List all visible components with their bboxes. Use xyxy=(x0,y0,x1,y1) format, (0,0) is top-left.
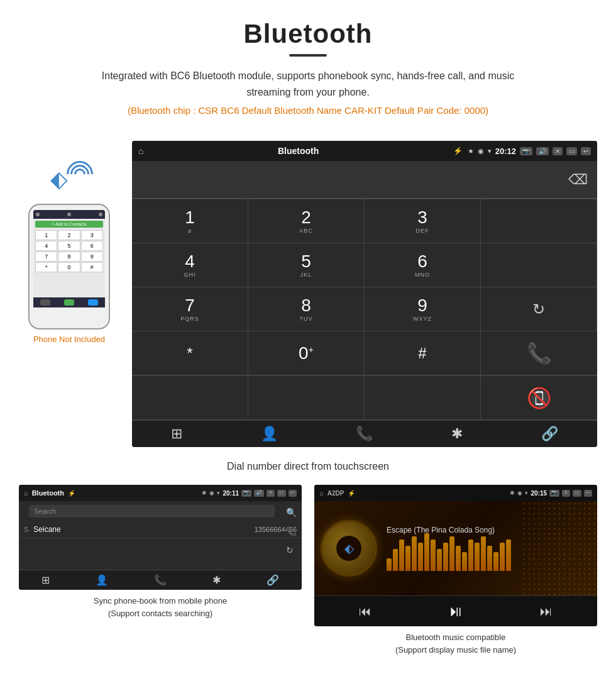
key-0[interactable]: 0+ xyxy=(248,331,365,375)
prev-track-button[interactable]: ⏮ xyxy=(359,604,371,619)
key-hash[interactable]: # xyxy=(365,331,481,375)
pb-nav-link[interactable]: 🔗 xyxy=(267,574,279,586)
eq-bar xyxy=(399,539,404,571)
music-time: 20:15 xyxy=(531,490,547,497)
pb-win-box: ▭ xyxy=(277,490,286,497)
key-call-red[interactable]: 📵 xyxy=(481,376,597,420)
bluetooth-icon: ⬖ xyxy=(50,166,68,192)
nav-phone-icon[interactable]: 📞 xyxy=(356,426,373,442)
eq-bar xyxy=(506,539,511,571)
pb-usb-icon: ⚡ xyxy=(68,490,75,497)
music-usb-icon: ⚡ xyxy=(348,490,355,497)
nav-link-icon[interactable]: 🔗 xyxy=(541,426,558,442)
key-7[interactable]: 7 PQRS xyxy=(132,287,248,331)
key-reload[interactable]: ↻ xyxy=(481,287,597,331)
nav-contacts-icon[interactable]: 👤 xyxy=(261,426,278,442)
eq-bar xyxy=(493,552,498,571)
call-icon[interactable]: 📞 xyxy=(286,526,297,536)
phonebook-screen: ⌂ Bluetooth ⚡ ✱ ◉ ▾ 20:11 📷 🔊 ✕ ▭ ↩ xyxy=(19,485,302,590)
key-empty-1 xyxy=(481,199,597,243)
phone-key-4: 4 xyxy=(35,241,57,251)
eq-bar xyxy=(431,539,436,571)
pb-close-box: ✕ xyxy=(267,490,275,497)
music-status-icons: ✱ ◉ ▾ 20:15 📷 ✕ ▭ ↩ xyxy=(510,490,592,497)
eq-bar xyxy=(487,546,492,571)
keypad-grid: 1 ⌀ 2 ABC 3 DEF 4 GHI 5 JKL 6 xyxy=(132,199,597,375)
page-title: Bluetooth xyxy=(13,19,603,49)
music-signal-icon: ▾ xyxy=(525,490,528,497)
pb-nav-user[interactable]: 👤 xyxy=(96,574,108,586)
usb-icon: ⚡ xyxy=(453,147,463,155)
pb-contact-name: Seicane xyxy=(33,525,254,534)
phone-key-hash: # xyxy=(81,262,103,272)
backspace-icon[interactable]: ⌫ xyxy=(568,172,588,188)
key-star[interactable]: * xyxy=(132,331,248,375)
phone-key-8: 8 xyxy=(58,252,80,262)
key-3[interactable]: 3 DEF xyxy=(365,199,481,243)
pb-right-icons: 🔍 📞 ↻ xyxy=(286,507,297,555)
phone-label: Phone Not Included xyxy=(33,335,105,344)
nav-grid-icon[interactable]: ⊞ xyxy=(171,426,182,442)
pb-bottom-nav: ⊞ 👤 📞 ✱ 🔗 xyxy=(19,570,302,590)
key-1[interactable]: 1 ⌀ xyxy=(132,199,248,243)
phone-section: ⬖ + Add to Contacts 1 2 xyxy=(19,141,119,344)
pb-nav-bt[interactable]: ✱ xyxy=(212,574,221,586)
phone-key-7: 7 xyxy=(35,252,57,262)
gps-icon: ◉ xyxy=(478,147,484,155)
eq-bar xyxy=(437,549,442,571)
pb-title: Bluetooth xyxy=(32,489,64,497)
pb-nav-grid[interactable]: ⊞ xyxy=(41,574,50,586)
key-8[interactable]: 8 TUV xyxy=(248,287,365,331)
music-screen: ⌂ A2DP ⚡ ✱ ◉ ▾ 20:15 📷 ✕ ▭ ↩ xyxy=(314,485,597,626)
extra-row: 📵 xyxy=(132,375,597,420)
music-close-box: ✕ xyxy=(562,490,570,497)
album-art-inner: ⬖ xyxy=(336,536,361,561)
close-icon-box: ✕ xyxy=(553,147,563,155)
car-status-bar: ⌂ Bluetooth ⚡ ★ ◉ ▾ 20:12 📷 🔊 ✕ ▭ ↩ xyxy=(132,141,597,161)
key-empty-5c xyxy=(365,376,481,420)
pb-search-bar[interactable]: Search xyxy=(29,505,275,517)
eq-bar xyxy=(481,536,486,571)
eq-bar xyxy=(424,533,429,571)
music-camera-box: 📷 xyxy=(549,490,559,497)
next-track-button[interactable]: ⏭ xyxy=(540,604,553,619)
phone-key-9: 9 xyxy=(81,252,103,262)
dialer-car-screen: ⌂ Bluetooth ⚡ ★ ◉ ▾ 20:12 📷 🔊 ✕ ▭ ↩ ⌫ 1 xyxy=(132,141,597,447)
music-back-box: ↩ xyxy=(584,490,592,497)
volume-icon-box: 🔊 xyxy=(536,147,549,155)
phone-bottom-bar xyxy=(33,297,105,307)
music-gps-icon: ◉ xyxy=(517,490,522,497)
pb-nav-phone[interactable]: 📞 xyxy=(154,574,167,586)
phone-key-5: 5 xyxy=(58,241,80,251)
nav-bluetooth-icon[interactable]: ✱ xyxy=(451,426,463,442)
car-status-icons: ★ ◉ ▾ 20:12 📷 🔊 ✕ ▭ ↩ xyxy=(468,147,591,156)
phone-key-star: * xyxy=(35,262,57,272)
key-empty-5b xyxy=(248,376,365,420)
eq-bar xyxy=(462,552,467,571)
music-screen-title: A2DP xyxy=(327,490,344,497)
pb-back-box: ↩ xyxy=(289,490,297,497)
refresh-icon[interactable]: ↻ xyxy=(286,545,297,555)
eq-bar xyxy=(475,543,480,571)
key-6[interactable]: 6 MNO xyxy=(365,243,481,287)
phone-keypad: 1 2 3 4 5 6 7 8 9 * 0 # xyxy=(35,230,103,272)
key-4[interactable]: 4 GHI xyxy=(132,243,248,287)
key-2[interactable]: 2 ABC xyxy=(248,199,365,243)
key-empty-5a xyxy=(132,376,248,420)
search-container: Search xyxy=(24,505,280,517)
key-call-green[interactable]: 📞 xyxy=(481,331,597,375)
key-empty-2 xyxy=(481,243,597,287)
phone-key-2: 2 xyxy=(58,230,80,240)
bottom-panels: ⌂ Bluetooth ⚡ ✱ ◉ ▾ 20:11 📷 🔊 ✕ ▭ ↩ xyxy=(0,485,616,668)
play-pause-button[interactable]: ⏯ xyxy=(448,602,463,620)
search-icon[interactable]: 🔍 xyxy=(286,507,297,517)
key-9[interactable]: 9 WXYZ xyxy=(365,287,481,331)
window-icon-box: ▭ xyxy=(566,147,577,155)
car-bottom-nav: ⊞ 👤 📞 ✱ 🔗 xyxy=(132,420,597,447)
back-icon-box: ↩ xyxy=(581,147,591,155)
camera-icon-box: 📷 xyxy=(520,147,532,155)
main-content: ⬖ + Add to Contacts 1 2 xyxy=(0,135,616,453)
pb-status-icons: ✱ ◉ ▾ 20:11 📷 🔊 ✕ ▭ ↩ xyxy=(202,490,297,497)
phonebook-caption: Sync phone-book from mobile phone(Suppor… xyxy=(94,595,227,619)
key-5[interactable]: 5 JKL xyxy=(248,243,365,287)
